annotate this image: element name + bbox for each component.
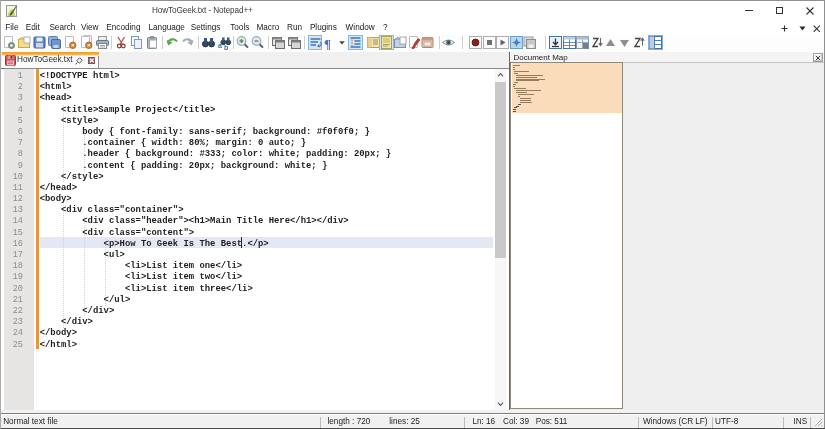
svg-text:a: a [218,42,222,49]
svg-text:b: b [224,44,228,51]
svg-text:¶: ¶ [324,36,331,51]
